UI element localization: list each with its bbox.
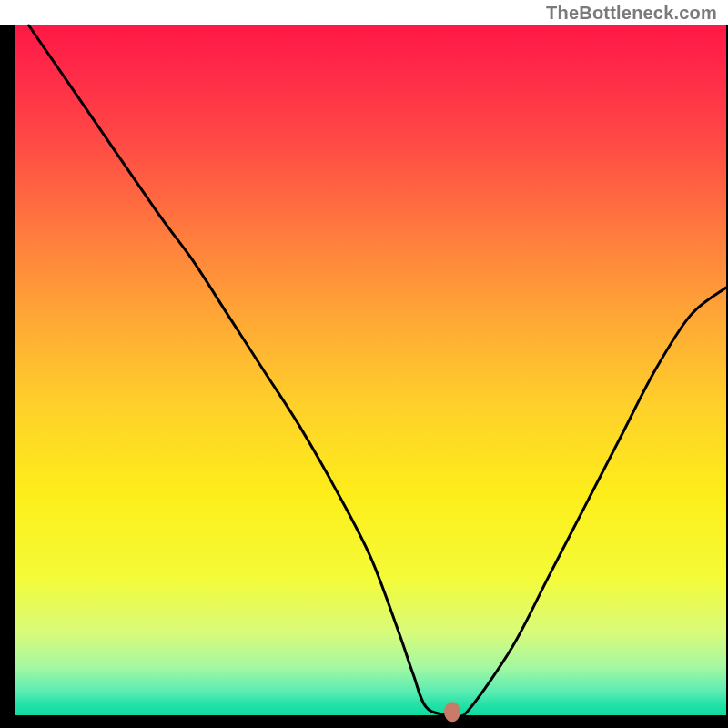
optimal-point-marker [444, 702, 460, 722]
bottleneck-chart [0, 0, 728, 728]
watermark-text: TheBottleneck.com [546, 3, 717, 24]
chart-wrapper: TheBottleneck.com [0, 0, 728, 728]
axis-left [0, 25, 15, 728]
axis-bottom [0, 715, 728, 728]
gradient-background [15, 25, 726, 715]
